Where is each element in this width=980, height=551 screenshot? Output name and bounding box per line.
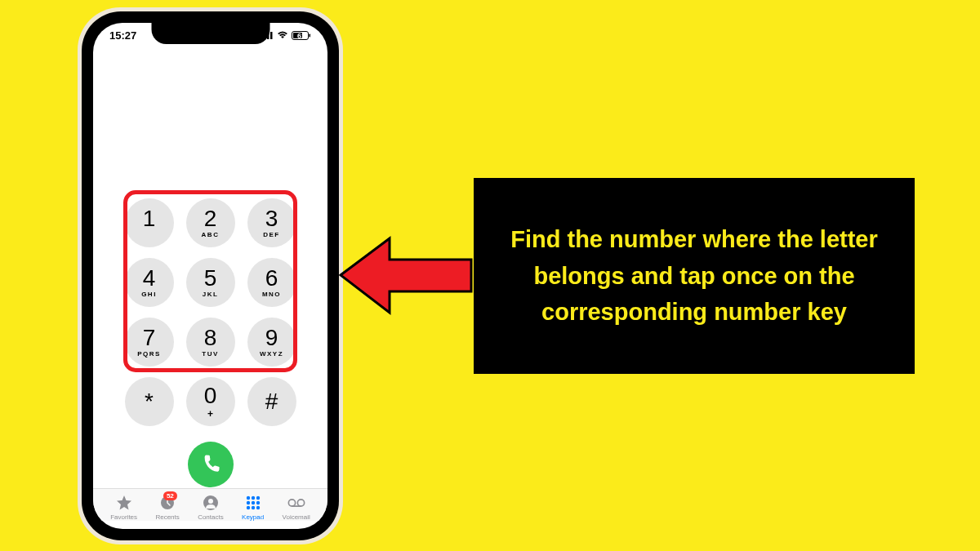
key-1[interactable]: 1 xyxy=(125,198,174,247)
notch xyxy=(151,23,270,44)
phone-frame: 15:27 61 1 2ABC 3DEF xyxy=(82,11,339,540)
wifi-icon xyxy=(277,29,288,42)
svg-point-19 xyxy=(288,500,295,506)
svg-point-15 xyxy=(256,501,259,504)
svg-point-16 xyxy=(246,506,249,509)
phone-icon xyxy=(201,453,220,476)
svg-point-17 xyxy=(251,506,254,509)
recents-badge: 52 xyxy=(163,491,177,500)
tab-recents[interactable]: 52 Recents xyxy=(155,494,179,521)
svg-point-9 xyxy=(208,499,213,504)
keypad: 1 2ABC 3DEF 4GHI 5JKL 6MNO 7PQRS 8TUV 9W… xyxy=(93,198,327,487)
key-5[interactable]: 5JKL xyxy=(186,258,235,307)
tab-bar: Favorites 52 Recents Contacts Keypad Voi… xyxy=(93,488,327,521)
phone-screen: 15:27 61 1 2ABC 3DEF xyxy=(93,23,327,529)
svg-rect-3 xyxy=(270,32,273,39)
svg-point-11 xyxy=(251,496,254,500)
call-button[interactable] xyxy=(188,442,234,487)
pointer-arrow xyxy=(339,233,474,322)
key-8[interactable]: 8TUV xyxy=(186,318,235,367)
key-2[interactable]: 2ABC xyxy=(186,198,235,247)
key-3[interactable]: 3DEF xyxy=(247,198,296,247)
svg-point-10 xyxy=(246,496,249,500)
svg-point-18 xyxy=(256,506,259,509)
svg-point-14 xyxy=(251,501,254,504)
svg-point-20 xyxy=(297,500,304,506)
status-time: 15:27 xyxy=(109,29,136,42)
svg-point-12 xyxy=(256,496,259,500)
key-7[interactable]: 7PQRS xyxy=(125,318,174,367)
svg-point-13 xyxy=(246,501,249,504)
instruction-callout: Find the number where the letter belongs… xyxy=(474,178,915,374)
key-4[interactable]: 4GHI xyxy=(125,258,174,307)
key-0[interactable]: 0+ xyxy=(186,377,235,426)
keypad-icon xyxy=(244,494,262,512)
instruction-text: Find the number where the letter belongs… xyxy=(498,221,890,331)
tab-voicemail[interactable]: Voicemail xyxy=(283,494,310,521)
tab-contacts[interactable]: Contacts xyxy=(198,494,224,521)
svg-rect-6 xyxy=(310,34,311,38)
key-6[interactable]: 6MNO xyxy=(247,258,296,307)
star-icon xyxy=(115,494,133,512)
key-9[interactable]: 9WXYZ xyxy=(247,318,296,367)
tab-favorites[interactable]: Favorites xyxy=(110,494,137,521)
battery-icon: 61 xyxy=(292,31,311,40)
tab-keypad[interactable]: Keypad xyxy=(242,494,264,521)
key-star[interactable]: * xyxy=(125,377,174,426)
key-hash[interactable]: # xyxy=(247,377,296,426)
voicemail-icon xyxy=(287,494,305,512)
person-icon xyxy=(202,494,220,512)
